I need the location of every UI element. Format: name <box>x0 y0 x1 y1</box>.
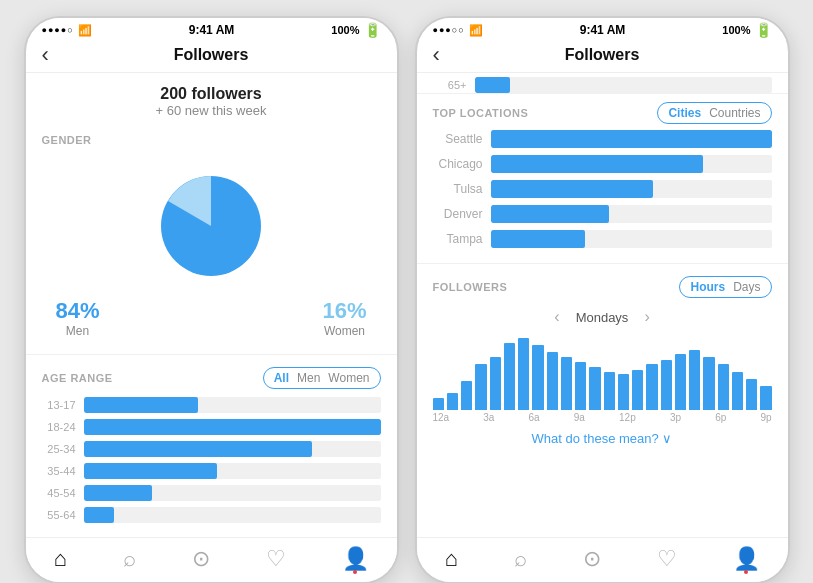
age-65-label: 65+ <box>433 79 475 91</box>
location-bar-fill <box>491 130 772 148</box>
histogram-bar <box>518 338 529 410</box>
tab-bar-left: ⌂ ⌕ ⊙ ♡ 👤 <box>26 537 397 582</box>
age-bar-label: 18-24 <box>42 421 84 433</box>
tab-profile-right[interactable]: 👤 <box>733 546 760 572</box>
hist-time-label: 9a <box>574 412 585 423</box>
location-bar-bg <box>491 155 772 173</box>
gender-labels: 84% Men 16% Women <box>26 294 397 342</box>
filter-men[interactable]: Men <box>297 371 320 385</box>
age-bar-fill <box>84 507 114 523</box>
location-bar-row: Denver <box>433 205 772 223</box>
filter-hours[interactable]: Hours <box>690 280 725 294</box>
gender-label: GENDER <box>26 126 397 150</box>
tab-bar-right: ⌂ ⌕ ⊙ ♡ 👤 <box>417 537 788 582</box>
histogram-bar <box>718 364 729 410</box>
battery-pct-left: 100% <box>331 24 359 36</box>
location-bar-fill <box>491 155 704 173</box>
location-bar-bg <box>491 205 772 223</box>
tab-dot-left <box>353 570 357 574</box>
filter-women[interactable]: Women <box>328 371 369 385</box>
histogram-bar <box>433 398 444 410</box>
day-nav: ‹ Mondays › <box>417 304 788 330</box>
back-button-right[interactable]: ‹ <box>433 42 440 68</box>
tab-camera-left[interactable]: ⊙ <box>192 546 210 572</box>
hist-time-label: 6a <box>529 412 540 423</box>
filter-cities[interactable]: Cities <box>668 106 701 120</box>
location-bar-bg <box>491 230 772 248</box>
gender-section: 84% Men 16% Women <box>26 150 397 354</box>
location-bar-bg <box>491 180 772 198</box>
age-bar-row: 13-17 <box>42 397 381 413</box>
nav-header-right: ‹ Followers <box>417 40 788 73</box>
histogram-bar <box>490 357 501 410</box>
histogram-bar <box>760 386 771 410</box>
filter-days[interactable]: Days <box>733 280 760 294</box>
age-bar-fill <box>84 485 153 501</box>
histogram-bar <box>632 370 643 410</box>
tab-search-left[interactable]: ⌕ <box>123 546 136 572</box>
location-bar-fill <box>491 180 654 198</box>
content-right: 65+ TOP LOCATIONS Cities Countries Seatt… <box>417 73 788 537</box>
time-filter-pills[interactable]: Hours Days <box>679 276 771 298</box>
age-bar-row: 55-64 <box>42 507 381 523</box>
filter-countries[interactable]: Countries <box>709 106 760 120</box>
location-filter-pills[interactable]: Cities Countries <box>657 102 771 124</box>
tab-home-left[interactable]: ⌂ <box>53 546 66 572</box>
histogram-bar <box>689 350 700 410</box>
pie-chart <box>151 166 271 286</box>
women-stat: 16% Women <box>322 298 366 338</box>
tab-camera-right[interactable]: ⊙ <box>583 546 601 572</box>
tab-search-right[interactable]: ⌕ <box>514 546 527 572</box>
day-label: Mondays <box>576 310 629 325</box>
tab-heart-right[interactable]: ♡ <box>657 546 677 572</box>
location-bar-row: Tampa <box>433 230 772 248</box>
age-bar-fill <box>84 441 312 457</box>
age-bar-label: 13-17 <box>42 399 84 411</box>
followers-count: 200 followers <box>26 85 397 103</box>
wifi-icon: 📶 <box>78 24 92 37</box>
battery-icon-left: 🔋 <box>364 22 381 38</box>
age-filter-pills[interactable]: All Men Women <box>263 367 381 389</box>
location-bar-fill <box>491 205 609 223</box>
age-range-section: AGE RANGE All Men Women 13-17 18-24 25-3… <box>26 354 397 537</box>
tab-dot-right <box>744 570 748 574</box>
location-bar-label: Denver <box>433 207 491 221</box>
age-bar-label: 45-54 <box>42 487 84 499</box>
histogram-bar <box>461 381 472 410</box>
filter-all[interactable]: All <box>274 371 289 385</box>
tab-home-right[interactable]: ⌂ <box>444 546 457 572</box>
age-header: AGE RANGE All Men Women <box>26 363 397 397</box>
women-pct: 16% <box>322 298 366 324</box>
wifi-icon-right: 📶 <box>469 24 483 37</box>
content-left: 200 followers + 60 new this week GENDER <box>26 73 397 537</box>
battery-pct-right: 100% <box>722 24 750 36</box>
location-bar-bg <box>491 130 772 148</box>
men-stat: 84% Men <box>56 298 100 338</box>
age-bar-bg <box>84 485 381 501</box>
next-day[interactable]: › <box>644 308 649 326</box>
signal-dots: ●●●●○ <box>42 25 74 35</box>
prev-day[interactable]: ‹ <box>554 308 559 326</box>
histogram-bar <box>732 372 743 410</box>
histogram-bar <box>675 354 686 410</box>
age-65-row: 65+ <box>417 73 788 93</box>
age-bar-fill <box>84 397 198 413</box>
age-bar-bg <box>84 507 381 523</box>
age-65-bar-bg <box>475 77 772 93</box>
histogram-labels: 12a3a6a9a12p3p6p9p <box>417 410 788 423</box>
age-bar-label: 25-34 <box>42 443 84 455</box>
tab-heart-left[interactable]: ♡ <box>266 546 286 572</box>
age-bar-row: 45-54 <box>42 485 381 501</box>
age-65-bar-fill <box>475 77 511 93</box>
what-do-these-mean[interactable]: What do these mean? ∨ <box>417 423 788 450</box>
back-button-left[interactable]: ‹ <box>42 42 49 68</box>
followers-new: + 60 new this week <box>26 103 397 118</box>
location-bar-label: Chicago <box>433 157 491 171</box>
age-range-label: AGE RANGE <box>42 372 113 384</box>
location-bar-chart: Seattle Chicago Tulsa Denver Tampa <box>417 130 788 263</box>
histogram-bar <box>604 372 615 410</box>
age-bar-fill <box>84 463 217 479</box>
tab-profile-left[interactable]: 👤 <box>342 546 369 572</box>
men-label: Men <box>56 324 100 338</box>
age-bar-row: 18-24 <box>42 419 381 435</box>
